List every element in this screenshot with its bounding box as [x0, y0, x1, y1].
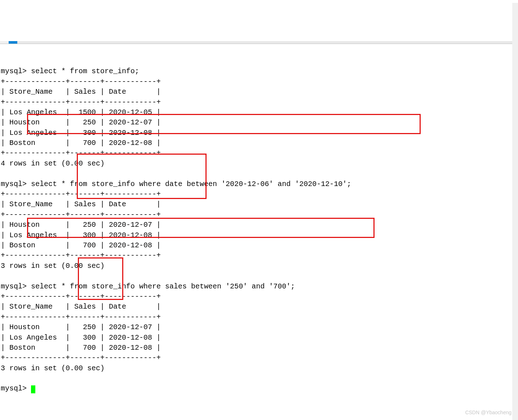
table-header: | Store_Name | Sales | Date | — [1, 302, 161, 311]
table-row: | Boston | 700 | 2020-12-08 | — [1, 139, 161, 147]
query-3: select * from store_info where sales bet… — [31, 282, 295, 291]
prompt: mysql> — [1, 67, 27, 75]
tab-inactive[interactable] — [0, 41, 9, 44]
prompt: mysql> — [1, 180, 27, 188]
table-row: | Boston | 700 | 2020-12-08 | — [1, 344, 161, 352]
table-border: +--------------+-------+------------+ — [1, 98, 161, 106]
table-border: +--------------+-------+------------+ — [1, 251, 161, 260]
result-summary: 3 rows in set (0.00 sec) — [1, 262, 105, 270]
table-row: | Los Angeles | 300 | 2020-12-08 | — [1, 231, 161, 239]
table-row: | Houston | 250 | 2020-12-07 | — [1, 323, 161, 331]
vertical-scrollbar[interactable] — [512, 3, 518, 420]
table-row: | Houston | 250 | 2020-12-07 | — [1, 221, 161, 229]
table-border: +--------------+-------+------------+ — [1, 211, 161, 219]
watermark: CSDN @Ybaocheng — [465, 409, 512, 416]
table-header: | Store_Name | Sales | Date | — [1, 200, 161, 208]
table-row: | Los Angeles | 1500 | 2020-12-05 | — [1, 108, 161, 116]
prompt: mysql> — [1, 384, 27, 393]
cursor — [31, 385, 35, 393]
table-border: +--------------+-------+------------+ — [1, 292, 161, 301]
table-border: +--------------+-------+------------+ — [1, 190, 161, 198]
table-border: +--------------+-------+------------+ — [1, 313, 161, 321]
query-1: select * from store_info; — [31, 67, 139, 75]
table-border: +--------------+-------+------------+ — [1, 354, 161, 362]
terminal-output[interactable]: mysql> select * from store_info; +------… — [0, 64, 518, 394]
table-header: | Store_Name | Sales | Date | — [1, 88, 161, 96]
table-border: +--------------+-------+------------+ — [1, 149, 161, 157]
result-summary: 4 rows in set (0.00 sec) — [1, 159, 105, 168]
table-row: | Los Angeles | 300 | 2020-12-08 | — [1, 333, 161, 342]
table-row: | Los Angeles | 300 | 2020-12-08 | — [1, 129, 161, 137]
tab-active[interactable] — [9, 41, 17, 44]
tab-bar — [0, 41, 518, 44]
table-row: | Houston | 250 | 2020-12-07 | — [1, 118, 161, 127]
result-summary: 3 rows in set (0.00 sec) — [1, 364, 105, 372]
prompt: mysql> — [1, 282, 27, 291]
table-border: +--------------+-------+------------+ — [1, 78, 161, 86]
table-row: | Boston | 700 | 2020-12-08 | — [1, 241, 161, 249]
query-2: select * from store_info where date betw… — [31, 180, 351, 188]
